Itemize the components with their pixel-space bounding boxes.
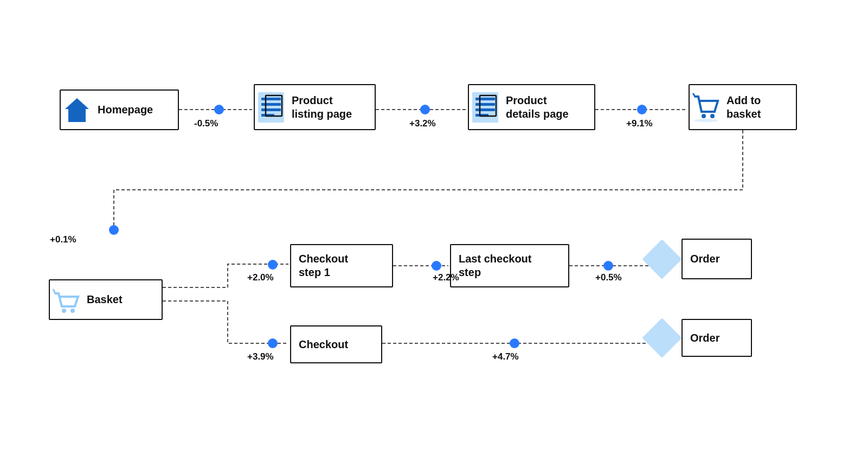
- pct-basket-checkout: +3.9%: [247, 351, 274, 362]
- product-listing-icon: [255, 91, 287, 124]
- svg-point-25: [70, 309, 75, 313]
- pct-checkout-order2: +4.7%: [492, 351, 519, 362]
- basket-label: Basket: [82, 289, 130, 311]
- svg-point-20: [694, 119, 718, 122]
- dot-basket-top: [109, 225, 119, 235]
- svg-rect-17: [475, 108, 495, 111]
- node-basket: Basket: [49, 279, 163, 320]
- flowchart-diagram: Homepage Productlisting page: [0, 0, 868, 474]
- home-icon: [61, 94, 93, 126]
- node-product-listing: Productlisting page: [254, 84, 376, 130]
- svg-line-26: [53, 289, 55, 293]
- pct-pdp-atb: +9.1%: [626, 118, 653, 129]
- svg-point-22: [710, 114, 715, 118]
- svg-line-23: [693, 93, 695, 97]
- order2-diamond-icon: [642, 318, 682, 358]
- product-details-icon: [469, 91, 501, 124]
- order1-label: Order: [683, 248, 727, 270]
- dot-lcs-order1: [603, 261, 613, 271]
- product-details-label: Productdetails page: [501, 89, 576, 125]
- node-add-to-basket: Add tobasket: [689, 84, 797, 130]
- svg-rect-8: [258, 92, 284, 123]
- dot-basket-cs1: [268, 260, 278, 270]
- svg-rect-14: [472, 92, 498, 123]
- node-order1-group: Order: [648, 239, 752, 279]
- dot-checkout-order2: [510, 338, 519, 348]
- add-to-basket-label: Add tobasket: [722, 89, 768, 125]
- connection-lines: [0, 0, 868, 474]
- node-last-checkout: Last checkoutstep: [450, 244, 569, 287]
- node-checkout-step1: Checkoutstep 1: [290, 244, 393, 287]
- pct-cs1-lcs: +2.2%: [433, 272, 459, 283]
- order2-label: Order: [683, 327, 727, 349]
- node-order2: Order: [681, 319, 752, 357]
- basket-icon: [50, 284, 82, 316]
- node-checkout: Checkout: [290, 325, 382, 363]
- pct-atb-basket: +0.1%: [50, 234, 76, 245]
- svg-point-21: [702, 114, 706, 118]
- pct-hp-plp: -0.5%: [194, 118, 218, 129]
- svg-rect-9: [261, 98, 281, 100]
- node-order1: Order: [681, 239, 752, 279]
- checkout-step1-label: Checkoutstep 1: [291, 248, 356, 284]
- node-homepage: Homepage: [60, 89, 179, 130]
- add-to-basket-icon: [690, 91, 722, 124]
- svg-rect-10: [261, 103, 281, 106]
- node-product-details: Productdetails page: [468, 84, 595, 130]
- last-checkout-label: Last checkoutstep: [451, 248, 539, 284]
- dot-pdp-atb: [637, 105, 647, 114]
- dot-basket-checkout: [268, 338, 278, 348]
- svg-rect-7: [74, 114, 80, 122]
- product-listing-label: Productlisting page: [287, 89, 359, 125]
- homepage-label: Homepage: [93, 99, 160, 121]
- dot-plp-pdp: [420, 105, 430, 114]
- pct-basket-cs1: +2.0%: [247, 272, 274, 283]
- svg-point-24: [62, 309, 66, 313]
- svg-rect-16: [475, 103, 495, 106]
- dot-hp-plp: [214, 105, 224, 114]
- pct-lcs-order1: +0.5%: [595, 272, 622, 283]
- node-order2-group: Order: [648, 319, 752, 357]
- pct-plp-pdp: +3.2%: [409, 118, 436, 129]
- svg-rect-15: [475, 98, 495, 100]
- dot-cs1-lcs: [432, 261, 441, 271]
- order1-diamond-icon: [642, 239, 682, 279]
- svg-rect-11: [261, 108, 281, 111]
- checkout-label: Checkout: [291, 334, 356, 356]
